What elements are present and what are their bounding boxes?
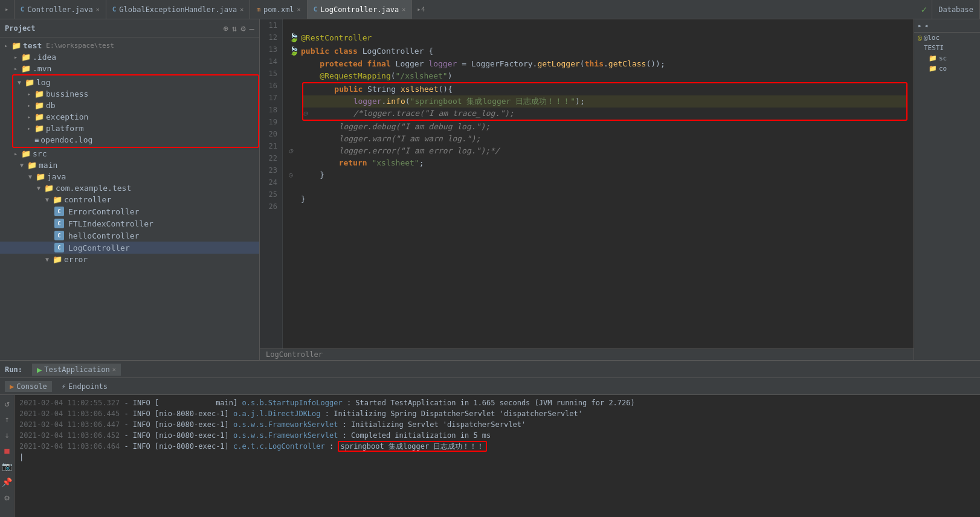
- scroll-up-icon[interactable]: ↑: [3, 413, 10, 425]
- mvn-folder-icon: 📁: [21, 64, 31, 73]
- endpoints-icon: ⚡: [62, 382, 66, 391]
- tab-logcontroller[interactable]: C LogController.java ✕: [308, 0, 413, 19]
- minimize-icon[interactable]: —: [250, 24, 254, 33]
- camera-icon[interactable]: 📷: [1, 460, 13, 472]
- filter-icon[interactable]: ⚙: [3, 492, 10, 504]
- console-line-5: 2021-02-04 11:03:06.464 - INFO [nio-8080…: [19, 441, 975, 452]
- tree-hellocontroller[interactable]: C helloController: [0, 230, 259, 242]
- db-arrow: ▸: [25, 102, 33, 109]
- tab-bar: ▸ C Controller.java ✕ C GlobalExceptionH…: [0, 0, 980, 19]
- code-line-14: protected final Logger logger = LoggerFa…: [289, 58, 907, 70]
- tree-error-folder[interactable]: ▼ 📁 error: [0, 254, 259, 265]
- cl3-logger: o.s.w.s.FrameworkServlet: [233, 420, 338, 429]
- cl3-ts: 2021-02-04 11:03:06.447: [19, 420, 120, 429]
- tab-pom[interactable]: m pom.xml ✕: [250, 0, 307, 19]
- tree-comexample[interactable]: ▼ 📁 com.example.test: [0, 182, 259, 194]
- tree-idea[interactable]: ▸ 📁 .idea: [0, 51, 259, 63]
- tree-bussiness[interactable]: ▸ 📁 bussiness: [13, 88, 258, 100]
- comexample-arrow: ▼: [35, 185, 42, 191]
- tab-label-pom: pom.xml: [263, 5, 294, 14]
- tree-db[interactable]: ▸ 📁 db: [13, 100, 258, 111]
- tab-database[interactable]: Database: [932, 0, 980, 19]
- tab-more[interactable]: ▸4: [412, 0, 430, 19]
- project-panel: Project ⊕ ⇅ ⚙ — ▸ 📁 test E:\workspace\te…: [0, 19, 260, 360]
- controller-folder-label: controller: [64, 195, 111, 204]
- code-line-19: logger.debug("I am debug log.");: [289, 121, 907, 133]
- cl3-level: - INFO: [124, 420, 155, 429]
- run-tab-endpoints[interactable]: ⚡ Endpoints: [57, 381, 112, 392]
- tab-close-controller[interactable]: ✕: [96, 6, 100, 13]
- cl4-thread: [nio-8080-exec-1]: [155, 431, 229, 440]
- db-folder-icon: 📁: [34, 101, 44, 110]
- tree-main[interactable]: ▼ 📁 main: [0, 159, 259, 171]
- tree-java[interactable]: ▼ 📁 java: [0, 171, 259, 182]
- console-tab-label: Console: [16, 382, 47, 391]
- code-line-11: [289, 19, 907, 31]
- tab-icon-logcontroller: C: [314, 5, 318, 13]
- right-label-co: co: [939, 65, 947, 72]
- tree-src[interactable]: ▸ 📁 src: [0, 148, 259, 159]
- collapse-icon[interactable]: ⇅: [232, 24, 237, 33]
- tree-root[interactable]: ▸ 📁 test E:\workspace\test: [0, 40, 259, 51]
- tab-close-logcontroller[interactable]: ✕: [402, 6, 405, 13]
- java-arrow: ▼: [27, 173, 34, 180]
- opendoclog-file-icon: ≡: [34, 136, 39, 144]
- tree-controller-folder[interactable]: ▼ 📁 controller: [0, 194, 259, 205]
- tab-close-pom[interactable]: ✕: [297, 6, 301, 13]
- cl1-msg: : Started TestApplication in 1.665 secon…: [347, 399, 635, 407]
- console-icon: ▶: [10, 382, 14, 391]
- code-line-21: ◷ logger.error("I am error log.");*/: [289, 145, 907, 157]
- tree-opendoclog[interactable]: ≡ opendoc.log: [13, 134, 258, 146]
- tree-ftlcontroller[interactable]: C FTLIndexController: [0, 217, 259, 230]
- breadcrumb-bar: LogController: [260, 348, 914, 360]
- error-folder-arrow: ▼: [44, 256, 51, 263]
- right-co-folder: 📁: [929, 65, 937, 72]
- settings-icon[interactable]: ⚙: [240, 24, 245, 33]
- pin-icon[interactable]: 📌: [1, 476, 13, 488]
- cl2-logger: o.a.j.l.DirectJDKLog: [233, 409, 321, 418]
- code-line-20: logger.warn("I am warn log.");: [289, 133, 907, 145]
- bussiness-arrow: ▸: [25, 91, 33, 97]
- scroll-down-icon[interactable]: ↓: [3, 429, 10, 441]
- exception-label: exception: [46, 112, 88, 121]
- bussiness-folder-icon: 📁: [34, 89, 44, 98]
- project-title: Project: [5, 24, 219, 33]
- console-line-3: 2021-02-04 11:03:06.447 - INFO [nio-8080…: [19, 419, 975, 430]
- code-line-26: [289, 205, 907, 217]
- stop-icon[interactable]: ■: [3, 445, 10, 457]
- tree-platform[interactable]: ▸ 📁 platform: [13, 123, 258, 134]
- right-item-sc[interactable]: 📁 sc: [914, 53, 980, 63]
- right-item-testi[interactable]: TESTI: [914, 43, 980, 53]
- idea-arrow: ▸: [12, 54, 19, 60]
- right-panel-expand[interactable]: ▸: [918, 22, 922, 30]
- run-tab-app[interactable]: ▶ TestApplication ✕: [32, 364, 121, 376]
- tab-close-globalexception[interactable]: ✕: [240, 6, 243, 13]
- tab-controller[interactable]: C Controller.java ✕: [15, 0, 106, 19]
- run-bar: Run: ▶ TestApplication ✕: [0, 361, 980, 378]
- code-editor[interactable]: 🍃 @RestController 🍃 public class LogCont…: [283, 19, 914, 348]
- right-item-loc[interactable]: @ @loc: [914, 33, 980, 43]
- tree-exception[interactable]: ▸ 📁 exception: [13, 111, 258, 123]
- right-item-co[interactable]: 📁 co: [914, 63, 980, 74]
- tree-mvn[interactable]: ▸ 📁 .mvn: [0, 63, 259, 74]
- code-line-12: 🍃 @RestController: [289, 31, 907, 45]
- tree-logcontroller[interactable]: C LogController: [0, 242, 259, 254]
- tree-errorcontroller[interactable]: C ErrorController: [0, 205, 259, 217]
- locate-icon[interactable]: ⊕: [223, 24, 228, 33]
- tree-log[interactable]: ▼ 📁 log: [13, 77, 258, 88]
- cl1-ts: 2021-02-04 11:02:55.327: [19, 399, 120, 407]
- errorcontroller-label: ErrorController: [68, 207, 139, 216]
- console-toolbar: ↺ ↑ ↓ ■ 📷 📌 ⚙: [0, 395, 15, 517]
- opendoclog-label: opendoc.log: [40, 135, 92, 144]
- code-line-16: public String xslsheet(){: [303, 83, 906, 95]
- run-tab-console[interactable]: ▶ Console: [5, 381, 52, 392]
- rerun-icon[interactable]: ↺: [3, 397, 10, 409]
- code-line-18: ◷ /*logger.trace("I am trace_log.");: [303, 108, 906, 120]
- console-line-2: 2021-02-04 11:03:06.445 - INFO [nio-8080…: [19, 408, 975, 419]
- tab-globalexception[interactable]: C GlobalExceptionHandler.java ✕: [106, 0, 251, 19]
- right-panel-collapse[interactable]: ◂: [924, 22, 929, 30]
- run-app-close[interactable]: ✕: [112, 366, 116, 373]
- root-path: E:\workspace\test: [46, 42, 114, 50]
- console-output: 2021-02-04 11:02:55.327 - INFO [ main] o…: [15, 395, 980, 517]
- java-label: java: [47, 172, 66, 181]
